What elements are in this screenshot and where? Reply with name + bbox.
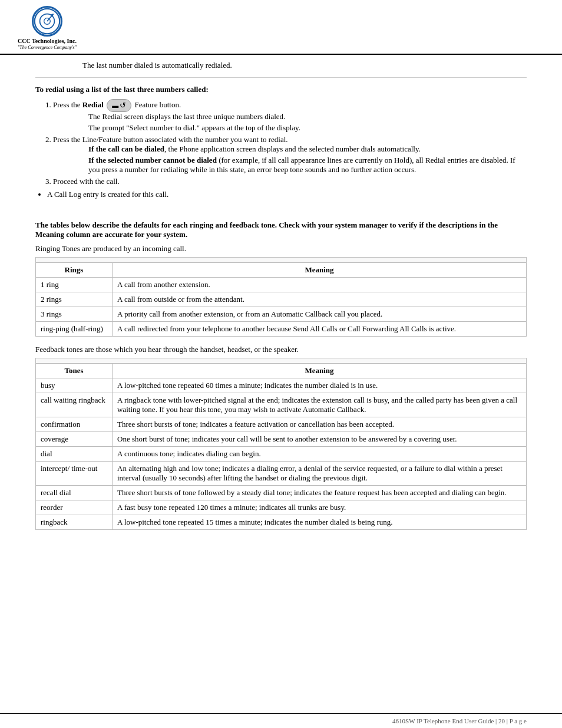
tone-meaning-cell: A ringback tone with lower-pitched signa… xyxy=(113,393,527,417)
table-spacer-cell xyxy=(36,258,527,263)
rings-col-rings: Rings xyxy=(36,263,113,278)
logo-icon xyxy=(32,6,62,37)
tone-name-cell: reorder xyxy=(36,500,113,515)
tone-name-cell: dial xyxy=(36,447,113,462)
main-content: The last number dialed is automatically … xyxy=(0,55,562,713)
ring-meaning-cell: A call from outside or from the attendan… xyxy=(113,292,527,307)
tone-name-cell: ringback xyxy=(36,515,113,530)
logo-container: CCC Technologies, Inc. "The Convergence … xyxy=(12,6,82,50)
footer: 4610SW IP Telephone End User Guide | 20 … xyxy=(0,713,562,728)
table-row: 2 ringsA call from outside or from the a… xyxy=(36,292,527,307)
step2-text1: , the Phone application screen displays … xyxy=(164,144,421,153)
tones-spacer-cell xyxy=(36,358,527,364)
tones-table: Tones Meaning busyA low-pitched tone rep… xyxy=(35,358,527,530)
step1-bold: Redial xyxy=(82,100,104,109)
step-1: Press the Redial ▬ ↺ Feature button. The… xyxy=(53,99,527,133)
ring-name-cell: ring-ping (half-ring) xyxy=(36,322,113,337)
rings-col-meaning: Meaning xyxy=(113,263,527,278)
step2-text: Press the Line/Feature button associated… xyxy=(53,135,288,144)
redial-heading: To redial using a list of the last three… xyxy=(35,85,527,94)
tone-name-cell: busy xyxy=(36,378,113,393)
ring-name-cell: 2 rings xyxy=(36,292,113,307)
tone-name-cell: call waiting ringback xyxy=(36,393,113,417)
ring-name-cell: 3 rings xyxy=(36,307,113,322)
ring-meaning-cell: A call from another extension. xyxy=(113,278,527,292)
tone-name-cell: confirmation xyxy=(36,417,113,432)
logo-tagline: "The Convergence Company's" xyxy=(18,45,77,50)
step1-sub1: The Redial screen displays the last thre… xyxy=(53,112,527,121)
tone-meaning-cell: Three short bursts of tone; indicates a … xyxy=(113,417,527,432)
table-row: dialA continuous tone; indicates dialing… xyxy=(36,447,527,462)
step1-sub2: The prompt "Select number to dial." appe… xyxy=(53,123,527,133)
rings-header-row: Rings Meaning xyxy=(36,263,527,278)
ring-name-cell: 1 ring xyxy=(36,278,113,292)
table-spacer xyxy=(36,258,527,263)
separator xyxy=(35,77,527,78)
step2-bold2: If the selected number cannot be dialed xyxy=(88,156,217,164)
table-row: confirmationThree short bursts of tone; … xyxy=(36,417,527,432)
page: CCC Technologies, Inc. "The Convergence … xyxy=(0,0,562,728)
step2-bold1: If the call can be dialed xyxy=(88,144,164,153)
footer-text: 4610SW IP Telephone End User Guide | 20 … xyxy=(392,717,527,724)
table-row: ringbackA low-pitched tone repeated 15 t… xyxy=(36,515,527,530)
feedback-intro: Feedback tones are those which you hear … xyxy=(35,345,527,354)
ring-meaning-cell: A priority call from another extension, … xyxy=(113,307,527,322)
tables-intro: The tables below describe the defaults f… xyxy=(35,220,527,239)
tone-meaning-cell: A low-pitched tone repeated 60 times a m… xyxy=(113,378,527,393)
tones-table-spacer xyxy=(36,358,527,364)
tone-meaning-cell: One short burst of tone; indicates your … xyxy=(113,432,527,447)
table-row: 3 ringsA priority call from another exte… xyxy=(36,307,527,322)
tone-name-cell: intercept/ time-out xyxy=(36,462,113,486)
tone-meaning-cell: A low-pitched tone repeated 15 times a m… xyxy=(113,515,527,530)
redial-button-image: ▬ ↺ xyxy=(107,99,131,112)
ring-meaning-cell: A call redirected from your telephone to… xyxy=(113,322,527,337)
step1-prefix: Press the xyxy=(53,100,82,109)
step2-conditional-1: If the call can be dialed, the Phone app… xyxy=(53,144,527,154)
tones-col-tones: Tones xyxy=(36,364,113,378)
step-3: Proceed with the call. xyxy=(53,177,527,186)
table-row: intercept/ time-outAn alternating high a… xyxy=(36,462,527,486)
rings-table: Rings Meaning 1 ringA call from another … xyxy=(35,257,527,337)
tone-meaning-cell: A fast busy tone repeated 120 times a mi… xyxy=(113,500,527,515)
step2-conditional-2: If the selected number cannot be dialed … xyxy=(53,156,527,174)
table-row: 1 ringA call from another extension. xyxy=(36,278,527,292)
header: CCC Technologies, Inc. "The Convergence … xyxy=(0,0,562,55)
ringing-intro: Ringing Tones are produced by an incomin… xyxy=(35,244,527,253)
rings-table-body: 1 ringA call from another extension.2 ri… xyxy=(36,278,527,337)
step1-suffix: Feature button. xyxy=(134,100,181,109)
table-row: recall dialThree short bursts of tone fo… xyxy=(36,486,527,500)
tone-meaning-cell: A continuous tone; indicates dialing can… xyxy=(113,447,527,462)
tones-header-row: Tones Meaning xyxy=(36,364,527,378)
table-row: busyA low-pitched tone repeated 60 times… xyxy=(36,378,527,393)
table-row: reorderA fast busy tone repeated 120 tim… xyxy=(36,500,527,515)
tone-meaning-cell: Three short bursts of tone followed by a… xyxy=(113,486,527,500)
redial-steps: Press the Redial ▬ ↺ Feature button. The… xyxy=(35,99,527,186)
tone-name-cell: coverage xyxy=(36,432,113,447)
bullet-list: A Call Log entry is created for this cal… xyxy=(35,190,527,199)
step-2: Press the Line/Feature button associated… xyxy=(53,135,527,174)
redial-btn-label: ▬ xyxy=(112,102,118,109)
tone-meaning-cell: An alternating high and low tone; indica… xyxy=(113,462,527,486)
auto-redial-text: The last number dialed is automatically … xyxy=(35,61,527,70)
bullet-1: A Call Log entry is created for this cal… xyxy=(47,190,527,199)
spacer1 xyxy=(35,203,527,220)
redial-btn-arrow-icon: ↺ xyxy=(120,101,126,110)
tone-name-cell: recall dial xyxy=(36,486,113,500)
logo-company-name: CCC Technologies, Inc. xyxy=(18,38,77,45)
table-row: ring-ping (half-ring)A call redirected f… xyxy=(36,322,527,337)
tones-table-body: busyA low-pitched tone repeated 60 times… xyxy=(36,378,527,530)
tones-col-meaning: Meaning xyxy=(113,364,527,378)
table-row: coverageOne short burst of tone; indicat… xyxy=(36,432,527,447)
table-row: call waiting ringbackA ringback tone wit… xyxy=(36,393,527,417)
